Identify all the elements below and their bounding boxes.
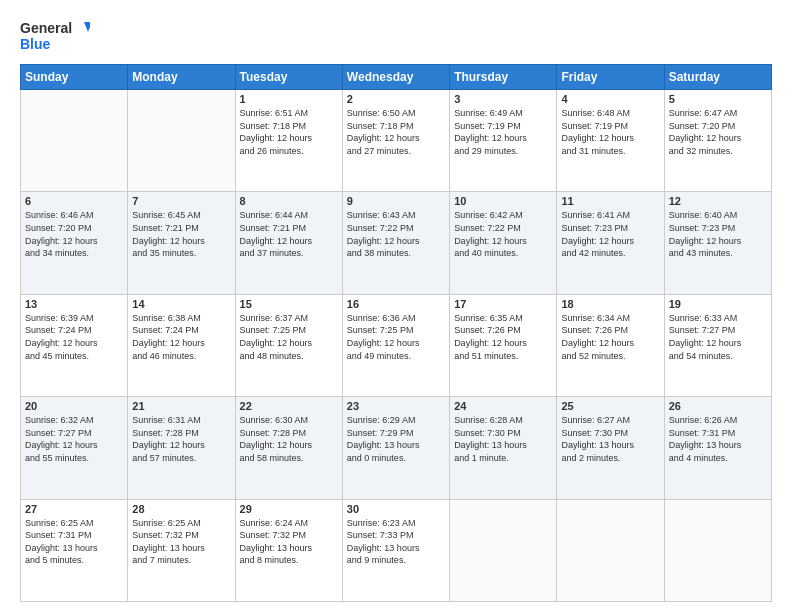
- calendar-table: SundayMondayTuesdayWednesdayThursdayFrid…: [20, 64, 772, 602]
- day-number: 25: [561, 400, 659, 412]
- logo: General Blue: [20, 18, 90, 54]
- page: General Blue SundayMondayTuesdayWednesda…: [0, 0, 792, 612]
- day-number: 11: [561, 195, 659, 207]
- day-cell-11: 11Sunrise: 6:41 AM Sunset: 7:23 PM Dayli…: [557, 192, 664, 294]
- day-cell-12: 12Sunrise: 6:40 AM Sunset: 7:23 PM Dayli…: [664, 192, 771, 294]
- day-cell-30: 30Sunrise: 6:23 AM Sunset: 7:33 PM Dayli…: [342, 499, 449, 601]
- day-info: Sunrise: 6:25 AM Sunset: 7:31 PM Dayligh…: [25, 517, 123, 567]
- day-cell-15: 15Sunrise: 6:37 AM Sunset: 7:25 PM Dayli…: [235, 294, 342, 396]
- day-info: Sunrise: 6:33 AM Sunset: 7:27 PM Dayligh…: [669, 312, 767, 362]
- day-info: Sunrise: 6:32 AM Sunset: 7:27 PM Dayligh…: [25, 414, 123, 464]
- day-cell-4: 4Sunrise: 6:48 AM Sunset: 7:19 PM Daylig…: [557, 90, 664, 192]
- day-info: Sunrise: 6:48 AM Sunset: 7:19 PM Dayligh…: [561, 107, 659, 157]
- day-info: Sunrise: 6:50 AM Sunset: 7:18 PM Dayligh…: [347, 107, 445, 157]
- day-number: 24: [454, 400, 552, 412]
- day-cell-16: 16Sunrise: 6:36 AM Sunset: 7:25 PM Dayli…: [342, 294, 449, 396]
- day-cell-2: 2Sunrise: 6:50 AM Sunset: 7:18 PM Daylig…: [342, 90, 449, 192]
- week-row-1: 1Sunrise: 6:51 AM Sunset: 7:18 PM Daylig…: [21, 90, 772, 192]
- header-friday: Friday: [557, 65, 664, 90]
- week-row-3: 13Sunrise: 6:39 AM Sunset: 7:24 PM Dayli…: [21, 294, 772, 396]
- day-info: Sunrise: 6:24 AM Sunset: 7:32 PM Dayligh…: [240, 517, 338, 567]
- day-number: 7: [132, 195, 230, 207]
- day-cell-17: 17Sunrise: 6:35 AM Sunset: 7:26 PM Dayli…: [450, 294, 557, 396]
- day-cell-empty: [21, 90, 128, 192]
- week-row-5: 27Sunrise: 6:25 AM Sunset: 7:31 PM Dayli…: [21, 499, 772, 601]
- day-info: Sunrise: 6:42 AM Sunset: 7:22 PM Dayligh…: [454, 209, 552, 259]
- day-cell-26: 26Sunrise: 6:26 AM Sunset: 7:31 PM Dayli…: [664, 397, 771, 499]
- day-info: Sunrise: 6:36 AM Sunset: 7:25 PM Dayligh…: [347, 312, 445, 362]
- day-number: 23: [347, 400, 445, 412]
- day-number: 29: [240, 503, 338, 515]
- day-cell-9: 9Sunrise: 6:43 AM Sunset: 7:22 PM Daylig…: [342, 192, 449, 294]
- day-number: 17: [454, 298, 552, 310]
- day-info: Sunrise: 6:27 AM Sunset: 7:30 PM Dayligh…: [561, 414, 659, 464]
- day-number: 1: [240, 93, 338, 105]
- day-info: Sunrise: 6:34 AM Sunset: 7:26 PM Dayligh…: [561, 312, 659, 362]
- day-number: 14: [132, 298, 230, 310]
- day-cell-8: 8Sunrise: 6:44 AM Sunset: 7:21 PM Daylig…: [235, 192, 342, 294]
- day-number: 30: [347, 503, 445, 515]
- day-info: Sunrise: 6:39 AM Sunset: 7:24 PM Dayligh…: [25, 312, 123, 362]
- day-cell-25: 25Sunrise: 6:27 AM Sunset: 7:30 PM Dayli…: [557, 397, 664, 499]
- day-number: 16: [347, 298, 445, 310]
- day-info: Sunrise: 6:47 AM Sunset: 7:20 PM Dayligh…: [669, 107, 767, 157]
- header-sunday: Sunday: [21, 65, 128, 90]
- day-info: Sunrise: 6:25 AM Sunset: 7:32 PM Dayligh…: [132, 517, 230, 567]
- day-number: 2: [347, 93, 445, 105]
- day-number: 13: [25, 298, 123, 310]
- day-cell-10: 10Sunrise: 6:42 AM Sunset: 7:22 PM Dayli…: [450, 192, 557, 294]
- day-info: Sunrise: 6:35 AM Sunset: 7:26 PM Dayligh…: [454, 312, 552, 362]
- calendar-header-row: SundayMondayTuesdayWednesdayThursdayFrid…: [21, 65, 772, 90]
- day-info: Sunrise: 6:46 AM Sunset: 7:20 PM Dayligh…: [25, 209, 123, 259]
- day-info: Sunrise: 6:51 AM Sunset: 7:18 PM Dayligh…: [240, 107, 338, 157]
- header-saturday: Saturday: [664, 65, 771, 90]
- day-info: Sunrise: 6:23 AM Sunset: 7:33 PM Dayligh…: [347, 517, 445, 567]
- day-number: 22: [240, 400, 338, 412]
- week-row-2: 6Sunrise: 6:46 AM Sunset: 7:20 PM Daylig…: [21, 192, 772, 294]
- day-cell-empty: [450, 499, 557, 601]
- svg-text:General: General: [20, 20, 72, 36]
- day-info: Sunrise: 6:49 AM Sunset: 7:19 PM Dayligh…: [454, 107, 552, 157]
- day-number: 26: [669, 400, 767, 412]
- day-number: 21: [132, 400, 230, 412]
- day-number: 10: [454, 195, 552, 207]
- day-cell-19: 19Sunrise: 6:33 AM Sunset: 7:27 PM Dayli…: [664, 294, 771, 396]
- day-info: Sunrise: 6:41 AM Sunset: 7:23 PM Dayligh…: [561, 209, 659, 259]
- week-row-4: 20Sunrise: 6:32 AM Sunset: 7:27 PM Dayli…: [21, 397, 772, 499]
- day-cell-empty: [128, 90, 235, 192]
- day-cell-24: 24Sunrise: 6:28 AM Sunset: 7:30 PM Dayli…: [450, 397, 557, 499]
- day-cell-empty: [664, 499, 771, 601]
- day-info: Sunrise: 6:43 AM Sunset: 7:22 PM Dayligh…: [347, 209, 445, 259]
- day-cell-6: 6Sunrise: 6:46 AM Sunset: 7:20 PM Daylig…: [21, 192, 128, 294]
- day-number: 28: [132, 503, 230, 515]
- day-number: 6: [25, 195, 123, 207]
- day-info: Sunrise: 6:26 AM Sunset: 7:31 PM Dayligh…: [669, 414, 767, 464]
- day-cell-18: 18Sunrise: 6:34 AM Sunset: 7:26 PM Dayli…: [557, 294, 664, 396]
- day-info: Sunrise: 6:45 AM Sunset: 7:21 PM Dayligh…: [132, 209, 230, 259]
- day-cell-empty: [557, 499, 664, 601]
- day-number: 27: [25, 503, 123, 515]
- day-cell-7: 7Sunrise: 6:45 AM Sunset: 7:21 PM Daylig…: [128, 192, 235, 294]
- day-info: Sunrise: 6:28 AM Sunset: 7:30 PM Dayligh…: [454, 414, 552, 464]
- header: General Blue: [20, 18, 772, 54]
- day-cell-28: 28Sunrise: 6:25 AM Sunset: 7:32 PM Dayli…: [128, 499, 235, 601]
- svg-marker-2: [84, 22, 90, 32]
- day-number: 19: [669, 298, 767, 310]
- day-number: 8: [240, 195, 338, 207]
- day-info: Sunrise: 6:31 AM Sunset: 7:28 PM Dayligh…: [132, 414, 230, 464]
- day-number: 3: [454, 93, 552, 105]
- day-info: Sunrise: 6:37 AM Sunset: 7:25 PM Dayligh…: [240, 312, 338, 362]
- header-tuesday: Tuesday: [235, 65, 342, 90]
- day-cell-5: 5Sunrise: 6:47 AM Sunset: 7:20 PM Daylig…: [664, 90, 771, 192]
- day-number: 15: [240, 298, 338, 310]
- logo-svg: General Blue: [20, 18, 90, 54]
- day-cell-3: 3Sunrise: 6:49 AM Sunset: 7:19 PM Daylig…: [450, 90, 557, 192]
- day-info: Sunrise: 6:29 AM Sunset: 7:29 PM Dayligh…: [347, 414, 445, 464]
- day-cell-21: 21Sunrise: 6:31 AM Sunset: 7:28 PM Dayli…: [128, 397, 235, 499]
- header-wednesday: Wednesday: [342, 65, 449, 90]
- day-info: Sunrise: 6:30 AM Sunset: 7:28 PM Dayligh…: [240, 414, 338, 464]
- day-info: Sunrise: 6:38 AM Sunset: 7:24 PM Dayligh…: [132, 312, 230, 362]
- day-cell-1: 1Sunrise: 6:51 AM Sunset: 7:18 PM Daylig…: [235, 90, 342, 192]
- day-cell-27: 27Sunrise: 6:25 AM Sunset: 7:31 PM Dayli…: [21, 499, 128, 601]
- day-number: 20: [25, 400, 123, 412]
